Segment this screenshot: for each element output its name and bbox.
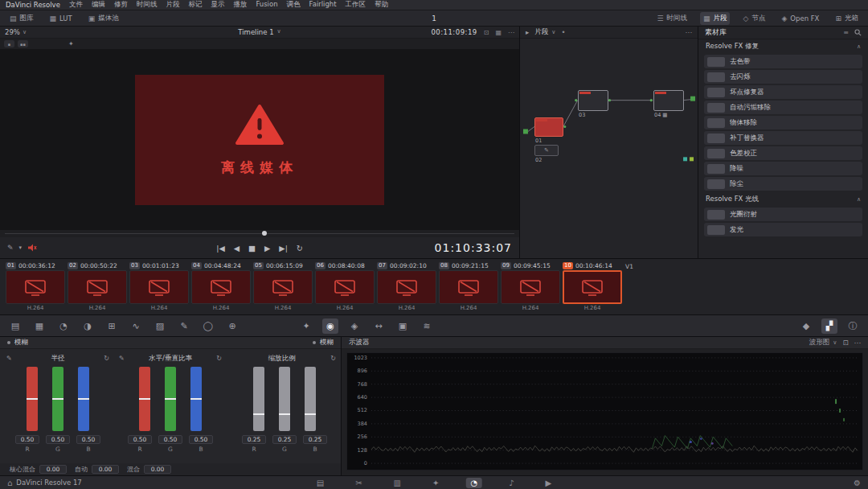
- fx-item[interactable]: 光圈衍射: [704, 208, 862, 221]
- scopes-icon[interactable]: ▞: [821, 318, 837, 334]
- fx-item[interactable]: 去闪烁: [704, 70, 862, 84]
- color-match-icon[interactable]: ▦: [31, 318, 47, 334]
- clip-07[interactable]: 0700:09:02:10H.264: [377, 261, 438, 314]
- toolbar-nodes-button[interactable]: ◇节点: [739, 12, 768, 25]
- slider-handle[interactable]: [305, 413, 316, 415]
- settings-gear-icon[interactable]: ⚙: [854, 479, 861, 487]
- clip-thumbnail[interactable]: [253, 270, 313, 304]
- sizing-icon[interactable]: ↔: [371, 318, 387, 334]
- curves-icon[interactable]: ∿: [128, 318, 144, 334]
- slider-handle[interactable]: [165, 398, 176, 400]
- expand-icon[interactable]: ⊡: [484, 29, 489, 36]
- clip-05[interactable]: 0500:06:15:09H.264: [253, 261, 314, 314]
- footer-field-value[interactable]: 0.00: [39, 465, 67, 474]
- r-channel-slider[interactable]: [139, 367, 150, 431]
- page-cut[interactable]: ✂: [350, 478, 366, 488]
- clip-thumbnail[interactable]: [6, 270, 65, 304]
- slider-value-field[interactable]: 0.50: [76, 435, 100, 444]
- page-media[interactable]: ▤: [312, 478, 329, 488]
- menu-item-3[interactable]: 时间线: [137, 0, 158, 10]
- info-icon[interactable]: ⓘ: [845, 318, 861, 334]
- r-channel-slider[interactable]: [253, 367, 264, 431]
- home-icon[interactable]: ⌂: [7, 479, 12, 487]
- menu-item-9[interactable]: 调色: [287, 0, 301, 10]
- timeline-dropdown[interactable]: Timeline 1 ∨: [238, 28, 280, 36]
- toolbar-gallery-button[interactable]: ▤图库: [6, 12, 37, 25]
- toolbar-lut-button[interactable]: ▦LUT: [47, 13, 76, 24]
- menu-item-10[interactable]: Fairlight: [309, 0, 337, 10]
- slider-value-field[interactable]: 0.25: [272, 435, 297, 444]
- toolbar-media-pool-button[interactable]: ▣媒体池: [85, 12, 122, 25]
- menu-item-8[interactable]: Fusion: [256, 0, 277, 10]
- clip-01[interactable]: 0100:00:36:12H.264: [6, 261, 67, 314]
- clip-02[interactable]: 0200:00:50:22H.264: [68, 261, 129, 314]
- slider-value-field[interactable]: 0.50: [189, 435, 213, 444]
- node-canvas[interactable]: 01 ✎ 02 03 04 ▦: [520, 39, 698, 258]
- b-channel-slider[interactable]: [305, 367, 316, 431]
- waveform-scope[interactable]: 10238967686405123842561280: [346, 352, 863, 471]
- step-back-button[interactable]: ◀: [234, 244, 240, 253]
- edit-pencil-icon[interactable]: ✎: [119, 355, 125, 362]
- camera-raw-icon[interactable]: ▤: [7, 318, 23, 334]
- motion-effects-icon[interactable]: ≋: [419, 318, 435, 334]
- key-icon[interactable]: ◈: [346, 318, 362, 334]
- fx-item[interactable]: 自动污垢移除: [704, 101, 862, 114]
- clip-09[interactable]: 0900:09:45:15H.264: [501, 261, 562, 314]
- reset-icon[interactable]: ↻: [104, 355, 109, 362]
- slider-handle[interactable]: [27, 398, 38, 400]
- menu-item-1[interactable]: 编辑: [92, 0, 105, 10]
- first-frame-button[interactable]: |◀: [216, 244, 225, 253]
- reset-icon[interactable]: ↻: [330, 355, 336, 362]
- slider-handle[interactable]: [190, 398, 202, 400]
- page-fusion[interactable]: ✦: [428, 478, 444, 488]
- footer-field-value[interactable]: 0.00: [92, 465, 119, 474]
- b-channel-slider[interactable]: [190, 367, 202, 431]
- toolbar-lightbox-button[interactable]: ⊞光箱: [832, 12, 862, 25]
- clip-03[interactable]: 0300:01:01:23H.264: [129, 261, 190, 314]
- r-channel-slider[interactable]: [27, 367, 38, 431]
- toolbar-openfx-button[interactable]: ◈Open FX: [778, 13, 822, 24]
- slider-handle[interactable]: [279, 413, 290, 415]
- toolbar-timeline-button[interactable]: ☰时间线: [653, 12, 690, 25]
- wand-icon[interactable]: ✦: [68, 40, 74, 47]
- g-channel-slider[interactable]: [52, 367, 63, 431]
- fx-item[interactable]: 降噪: [704, 162, 862, 175]
- page-color[interactable]: ◔: [465, 478, 482, 488]
- clip-thumbnail[interactable]: [315, 270, 375, 304]
- menu-item-6[interactable]: 显示: [211, 0, 224, 10]
- menu-item-4[interactable]: 片段: [166, 0, 179, 10]
- search-icon[interactable]: [854, 29, 862, 36]
- tracker-icon[interactable]: ⊕: [224, 318, 240, 334]
- node-03[interactable]: 03: [578, 90, 608, 111]
- clip-04[interactable]: 0400:04:48:24H.264: [191, 261, 252, 314]
- slider-value-field[interactable]: 0.25: [242, 435, 266, 444]
- fx-item[interactable]: 除尘: [704, 177, 862, 191]
- rgb-mixer-icon[interactable]: ⊞: [104, 318, 120, 334]
- scope-mode-dropdown[interactable]: 波形图 ∨: [809, 338, 837, 347]
- slider-handle[interactable]: [139, 398, 150, 400]
- slider-value-field[interactable]: 0.50: [15, 435, 39, 444]
- play-button[interactable]: ▶: [264, 244, 270, 253]
- chevron-down-icon[interactable]: ▾: [19, 244, 23, 251]
- clip-10[interactable]: 1000:10:46:14H.264: [563, 261, 624, 314]
- slider-handle[interactable]: [52, 398, 63, 400]
- zoom-dropdown[interactable]: 29% ∨: [5, 28, 27, 36]
- mute-audio-icon[interactable]: [27, 244, 37, 252]
- slider-value-field[interactable]: 0.50: [46, 435, 70, 444]
- clip-thumbnail[interactable]: [563, 270, 622, 304]
- menu-item-5[interactable]: 标记: [188, 0, 202, 10]
- stop-button[interactable]: ■: [248, 244, 256, 253]
- grid-view-icon[interactable]: ▦: [495, 29, 502, 36]
- jog-handle[interactable]: [262, 231, 267, 236]
- fx-item[interactable]: 坏点修复器: [704, 85, 862, 99]
- menu-item-11[interactable]: 工作区: [346, 0, 366, 10]
- fx-item[interactable]: 色差校正: [704, 146, 862, 160]
- page-fairlight[interactable]: ♪: [504, 478, 518, 488]
- node-mode-dropdown[interactable]: 片段 ∨: [534, 27, 555, 37]
- app-menu[interactable]: DaVinci Resolve: [6, 1, 60, 9]
- fx-item[interactable]: 物体移除: [704, 116, 862, 129]
- fx-item[interactable]: 补丁替换器: [704, 131, 862, 145]
- menu-item-0[interactable]: 文件: [69, 0, 83, 10]
- magic-mask-icon[interactable]: ✦: [298, 318, 314, 334]
- slider-value-field[interactable]: 0.50: [128, 435, 152, 444]
